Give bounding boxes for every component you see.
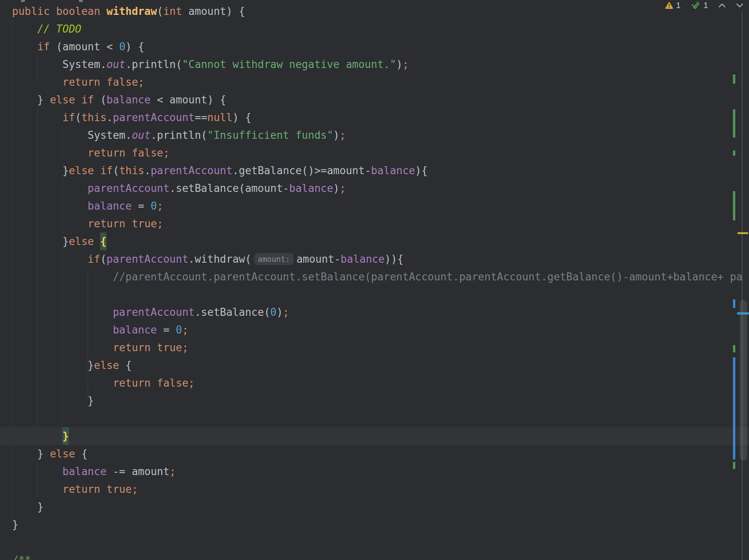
code-token: ; — [403, 58, 409, 70]
code-token: .getBalance()>=amount- — [233, 165, 371, 177]
code-token: "Insufficient funds" — [207, 129, 333, 141]
code-token: } — [62, 427, 69, 445]
code-line[interactable]: //parentAccount.parentAccount.setBalance… — [0, 268, 749, 286]
code-token — [94, 235, 101, 247]
code-line[interactable]: // TODO — [0, 20, 749, 38]
code-token: } — [12, 94, 50, 106]
code-line[interactable]: }else { — [0, 233, 749, 250]
code-line[interactable]: }else if(this.parentAccount.getBalance()… — [0, 162, 749, 179]
vcs-change-marker-green[interactable] — [733, 191, 735, 220]
code-token: ) — [396, 58, 403, 70]
code-line[interactable]: balance = 0; — [0, 197, 749, 215]
vcs-change-marker-blue[interactable] — [733, 299, 735, 308]
code-token: ; — [283, 306, 289, 318]
clipped-glyph-fragment — [21, 0, 25, 2]
code-line[interactable]: return true; — [0, 339, 749, 356]
code-line[interactable]: } else { — [0, 445, 749, 463]
code-token: .setBalance( — [195, 306, 270, 318]
right-margin-guide — [742, 11, 743, 560]
code-token: else — [50, 448, 75, 460]
code-line[interactable] — [0, 286, 749, 303]
vcs-change-marker-green[interactable] — [733, 462, 735, 469]
code-token — [12, 465, 62, 478]
code-token: balance — [107, 94, 151, 106]
code-line[interactable]: } — [0, 498, 749, 516]
code-token: return false; — [62, 76, 144, 88]
code-token: System. — [12, 58, 107, 70]
code-token: else if — [50, 94, 94, 106]
code-token: parentAccount — [107, 253, 189, 265]
code-token: ) — [276, 306, 283, 318]
code-token: ( — [100, 253, 107, 265]
code-line[interactable] — [0, 410, 749, 427]
code-token: 0 — [176, 324, 182, 336]
next-problem-button[interactable] — [736, 3, 743, 8]
code-token: ) { — [126, 41, 144, 53]
checks-passed-icon[interactable] — [691, 1, 701, 9]
inspections-widget[interactable]: 1 1 — [665, 1, 743, 10]
code-token: return true; — [113, 342, 188, 354]
code-line[interactable]: System.out.println("Cannot withdraw nega… — [0, 56, 749, 73]
code-line[interactable]: parentAccount.setBalance(amount-balance)… — [0, 179, 749, 197]
code-line[interactable]: return false; — [0, 374, 749, 392]
code-token — [12, 377, 113, 389]
code-line[interactable]: System.out.println("Insufficient funds")… — [0, 126, 749, 144]
code-line[interactable]: } else if (balance < amount) { — [0, 91, 749, 109]
vcs-change-marker-blue[interactable] — [733, 357, 735, 459]
code-token: } — [12, 395, 94, 407]
code-line[interactable] — [0, 533, 749, 551]
code-token: balance — [62, 465, 107, 478]
code-token: amount) { — [182, 5, 245, 17]
code-token: ) — [333, 182, 340, 194]
previous-problem-button[interactable] — [718, 3, 726, 8]
code-line[interactable]: } — [0, 392, 749, 410]
code-token: ; — [157, 200, 163, 212]
vcs-change-marker-green[interactable] — [733, 150, 735, 156]
code-token: .withdraw( — [188, 253, 251, 265]
code-line[interactable]: balance -= amount; — [0, 463, 749, 480]
code-line[interactable]: } — [0, 516, 749, 533]
code-token: int — [163, 5, 182, 17]
code-token: null — [207, 111, 233, 124]
warning-icon[interactable] — [665, 2, 673, 9]
code-token: } — [12, 448, 50, 460]
warning-stripe-marker[interactable] — [737, 232, 748, 234]
info-stripe-marker[interactable] — [737, 312, 749, 315]
code-token: balance — [341, 253, 385, 265]
code-line[interactable]: if(parentAccount.withdraw(amount:amount-… — [0, 250, 749, 268]
scrollbar-thumb[interactable] — [740, 300, 747, 461]
code-token: amount- — [296, 253, 341, 265]
code-token: withdraw — [107, 5, 157, 17]
code-token: if — [62, 111, 75, 124]
code-lines: public boolean withdraw(int amount) { //… — [0, 2, 749, 560]
code-token — [12, 182, 88, 194]
clipped-glyph-fragment — [79, 0, 83, 2]
code-token — [12, 147, 88, 159]
code-token: { — [100, 233, 107, 250]
code-token — [12, 483, 62, 495]
vcs-change-marker-green[interactable] — [733, 345, 735, 352]
vcs-change-marker-green[interactable] — [733, 109, 735, 138]
code-token: ){ — [415, 165, 428, 177]
code-line[interactable]: if (amount < 0) { — [0, 38, 749, 56]
code-line[interactable]: /** — [0, 551, 749, 560]
code-line[interactable]: return true; — [0, 480, 749, 498]
code-line-caret[interactable]: } — [0, 427, 749, 445]
vcs-change-marker-green[interactable] — [733, 74, 735, 84]
code-line[interactable]: return false; — [0, 144, 749, 162]
code-line[interactable]: return true; — [0, 215, 749, 233]
code-token: . — [107, 111, 113, 124]
code-editor-pane[interactable]: public boolean withdraw(int amount) { //… — [0, 0, 749, 560]
code-token: ( — [94, 94, 107, 106]
code-line[interactable]: return false; — [0, 73, 749, 91]
code-token: (amount < — [50, 41, 119, 53]
code-token — [12, 76, 62, 88]
code-line[interactable]: balance = 0; — [0, 321, 749, 339]
code-line[interactable]: public boolean withdraw(int amount) { — [0, 2, 749, 20]
code-token — [12, 306, 113, 318]
code-line[interactable]: }else { — [0, 356, 749, 374]
code-line[interactable]: parentAccount.setBalance(0); — [0, 303, 749, 321]
code-line[interactable]: if(this.parentAccount==null) { — [0, 109, 749, 126]
code-token: = — [157, 324, 176, 336]
code-token: ) — [333, 129, 340, 141]
